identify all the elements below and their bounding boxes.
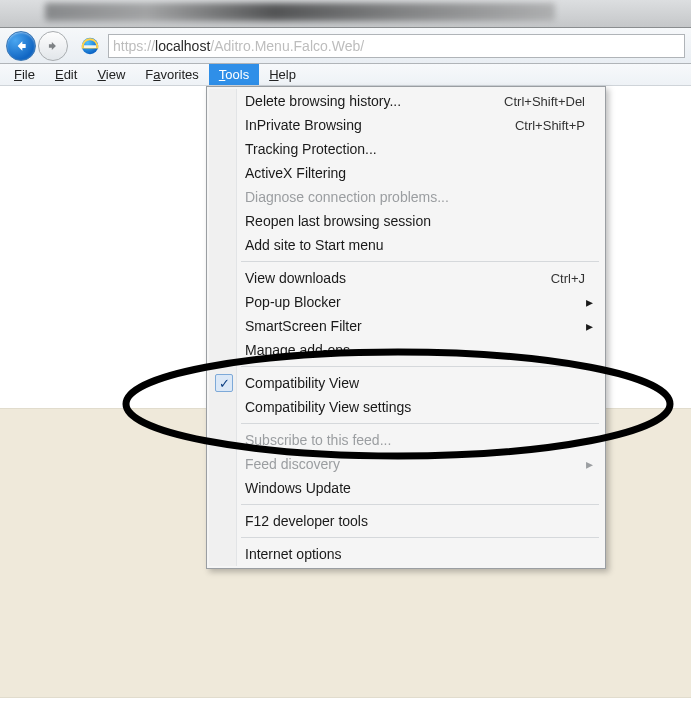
navigation-bar: https://localhost/Aditro.Menu.Falco.Web/ <box>0 28 691 64</box>
menuitem-subscribe-feed: Subscribe to this feed... <box>209 428 603 452</box>
arrow-left-icon <box>13 38 29 54</box>
shortcut-label: Ctrl+J <box>551 271 585 286</box>
ie-logo-icon <box>78 34 102 58</box>
menuitem-inprivate-browsing[interactable]: InPrivate Browsing Ctrl+Shift+P <box>209 113 603 137</box>
window-title-bar <box>0 0 691 28</box>
menu-separator <box>209 258 603 265</box>
submenu-arrow-icon: ▸ <box>585 294 593 310</box>
menuitem-compatibility-view-settings[interactable]: Compatibility View settings <box>209 395 603 419</box>
back-button[interactable] <box>6 31 36 61</box>
arrow-right-icon <box>46 39 60 53</box>
window-title-blurred <box>45 3 555 21</box>
svg-rect-1 <box>84 45 96 48</box>
url-scheme: https:// <box>113 38 155 54</box>
menuitem-reopen-last-session[interactable]: Reopen last browsing session <box>209 209 603 233</box>
menuitem-view-downloads[interactable]: View downloads Ctrl+J <box>209 266 603 290</box>
menu-file-rest: ile <box>22 67 35 82</box>
menu-file[interactable]: File <box>4 64 45 85</box>
menu-tools[interactable]: Tools <box>209 64 259 85</box>
address-bar[interactable]: https://localhost/Aditro.Menu.Falco.Web/ <box>108 34 685 58</box>
menu-view[interactable]: View <box>87 64 135 85</box>
menu-favorites[interactable]: Favorites <box>135 64 208 85</box>
submenu-arrow-icon: ▸ <box>585 318 593 334</box>
shortcut-label: Ctrl+Shift+P <box>515 118 585 133</box>
menuitem-feed-discovery: Feed discovery ▸ <box>209 452 603 476</box>
menu-bar: File Edit View Favorites Tools Help <box>0 64 691 86</box>
menuitem-delete-browsing-history[interactable]: Delete browsing history... Ctrl+Shift+De… <box>209 89 603 113</box>
menu-separator <box>209 363 603 370</box>
menu-help[interactable]: Help <box>259 64 306 85</box>
menuitem-popup-blocker[interactable]: Pop-up Blocker ▸ <box>209 290 603 314</box>
url-path: /Aditro.Menu.Falco.Web/ <box>210 38 364 54</box>
menuitem-manage-addons[interactable]: Manage add-ons <box>209 338 603 362</box>
url-host: localhost <box>155 38 210 54</box>
menuitem-add-to-start[interactable]: Add site to Start menu <box>209 233 603 257</box>
tools-dropdown: Delete browsing history... Ctrl+Shift+De… <box>206 86 606 569</box>
menu-separator <box>209 534 603 541</box>
menuitem-smartscreen-filter[interactable]: SmartScreen Filter ▸ <box>209 314 603 338</box>
menu-separator <box>209 501 603 508</box>
menuitem-activex-filtering[interactable]: ActiveX Filtering <box>209 161 603 185</box>
menuitem-compatibility-view[interactable]: ✓ Compatibility View <box>209 371 603 395</box>
menu-separator <box>209 420 603 427</box>
check-icon: ✓ <box>215 374 233 392</box>
menuitem-diagnose-connection: Diagnose connection problems... <box>209 185 603 209</box>
menuitem-windows-update[interactable]: Windows Update <box>209 476 603 500</box>
shortcut-label: Ctrl+Shift+Del <box>504 94 585 109</box>
menuitem-internet-options[interactable]: Internet options <box>209 542 603 566</box>
menu-edit[interactable]: Edit <box>45 64 87 85</box>
menuitem-tracking-protection[interactable]: Tracking Protection... <box>209 137 603 161</box>
forward-button[interactable] <box>38 31 68 61</box>
submenu-arrow-icon: ▸ <box>585 456 593 472</box>
menuitem-f12-tools[interactable]: F12 developer tools <box>209 509 603 533</box>
